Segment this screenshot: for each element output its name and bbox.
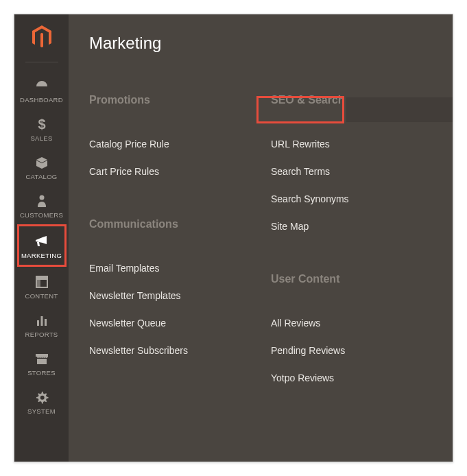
gear-icon xyxy=(35,389,49,405)
link-newsletter-templates[interactable]: Newsletter Templates xyxy=(89,282,271,309)
app-frame: DASHBOARD $ SALES CATALOG CUSTOMERS MARK… xyxy=(14,14,453,462)
section-title-user-content: User Content xyxy=(271,273,453,285)
dollar-icon: $ xyxy=(36,116,48,132)
panel-title: Marketing xyxy=(89,34,453,53)
gauge-icon xyxy=(34,78,49,94)
divider xyxy=(25,62,58,62)
link-search-terms[interactable]: Search Terms xyxy=(271,158,453,185)
link-cart-price-rules[interactable]: Cart Price Rules xyxy=(89,158,271,185)
svg-rect-3 xyxy=(36,276,47,280)
magento-logo-icon[interactable] xyxy=(31,25,53,49)
svg-rect-7 xyxy=(45,319,47,326)
svg-point-1 xyxy=(39,195,44,200)
sidebar-item-label: CATALOG xyxy=(25,173,57,180)
sidebar-item-dashboard[interactable]: DASHBOARD xyxy=(17,71,67,109)
bars-icon xyxy=(35,312,49,329)
layout-icon xyxy=(35,274,49,290)
section-title-promotions: Promotions xyxy=(89,94,271,106)
sidebar-item-reports[interactable]: REPORTS xyxy=(17,305,67,344)
sidebar: DASHBOARD $ SALES CATALOG CUSTOMERS MARK… xyxy=(14,14,69,462)
panel-left-column: Promotions Catalog Price Rule Cart Price… xyxy=(89,94,271,392)
marketing-panel: Marketing Promotions Catalog Price Rule … xyxy=(69,14,453,462)
panel-right-column: SEO & Search URL Rewrites Search Terms S… xyxy=(271,94,453,392)
svg-rect-5 xyxy=(37,320,39,326)
sidebar-item-label: REPORTS xyxy=(25,331,58,338)
store-icon xyxy=(34,350,49,367)
link-pending-reviews[interactable]: Pending Reviews xyxy=(271,337,453,364)
sidebar-item-customers[interactable]: CUSTOMERS xyxy=(17,186,67,224)
link-url-rewrites[interactable]: URL Rewrites xyxy=(271,130,453,158)
sidebar-item-catalog[interactable]: CATALOG xyxy=(17,147,67,186)
sidebar-item-sales[interactable]: $ SALES xyxy=(17,109,67,147)
box-icon xyxy=(34,154,49,171)
megaphone-icon xyxy=(34,233,49,250)
link-email-templates[interactable]: Email Templates xyxy=(89,254,271,282)
panel-columns: Promotions Catalog Price Rule Cart Price… xyxy=(89,94,453,392)
svg-text:$: $ xyxy=(38,117,45,132)
sidebar-item-label: STORES xyxy=(27,369,56,377)
svg-point-8 xyxy=(40,396,44,400)
sidebar-item-system[interactable]: SYSTEM xyxy=(17,382,67,420)
link-all-reviews[interactable]: All Reviews xyxy=(271,309,453,337)
sidebar-item-label: CONTENT xyxy=(25,292,58,300)
sidebar-item-label: DASHBOARD xyxy=(20,96,63,104)
link-site-map[interactable]: Site Map xyxy=(271,213,453,240)
section-title-seo: SEO & Search xyxy=(271,94,453,106)
link-newsletter-queue[interactable]: Newsletter Queue xyxy=(89,309,271,337)
sidebar-item-label: SALES xyxy=(30,134,52,142)
section-title-communications: Communications xyxy=(89,218,271,230)
svg-rect-4 xyxy=(36,280,40,287)
person-icon xyxy=(36,193,48,209)
svg-rect-6 xyxy=(40,316,43,326)
link-yotpo-reviews[interactable]: Yotpo Reviews xyxy=(271,364,453,392)
sidebar-item-label: MARKETING xyxy=(21,252,62,259)
link-catalog-price-rule[interactable]: Catalog Price Rule xyxy=(89,130,271,158)
link-search-synonyms[interactable]: Search Synonyms xyxy=(271,185,453,213)
sidebar-item-marketing[interactable]: MARKETING xyxy=(17,224,67,267)
link-newsletter-subscribers[interactable]: Newsletter Subscribers xyxy=(89,337,271,364)
sidebar-item-label: CUSTOMERS xyxy=(20,211,63,219)
sidebar-item-label: SYSTEM xyxy=(27,407,56,415)
sidebar-item-stores[interactable]: STORES xyxy=(17,344,67,382)
sidebar-item-content[interactable]: CONTENT xyxy=(17,267,67,305)
